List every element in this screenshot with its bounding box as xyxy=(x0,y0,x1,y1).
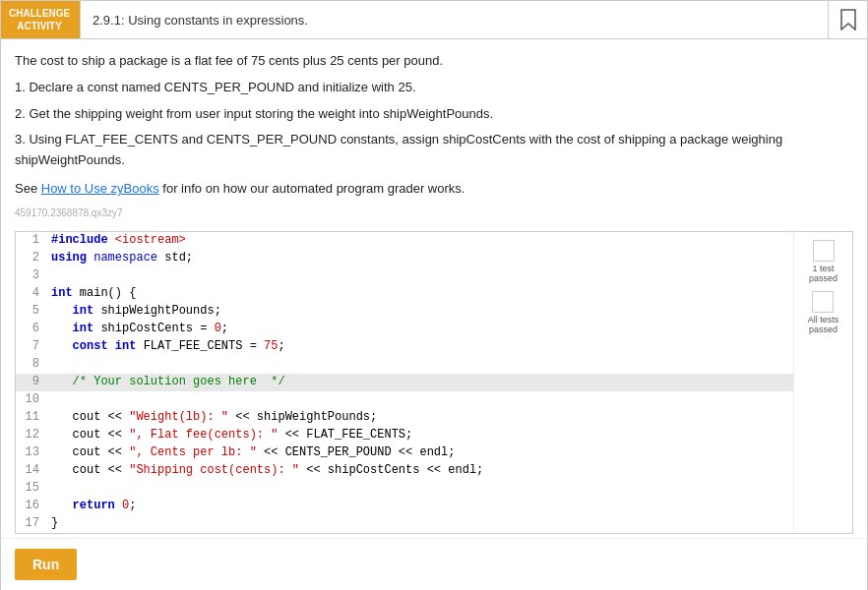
zybooks-link[interactable]: How to Use zyBooks xyxy=(41,181,159,196)
line-code xyxy=(47,267,793,285)
table-row: 1#include <iostream> xyxy=(16,232,793,250)
challenge-activity-label: CHALLENGE ACTIVITY xyxy=(1,1,80,38)
run-button[interactable]: Run xyxy=(15,549,77,580)
code-area[interactable]: 1#include <iostream>2using namespace std… xyxy=(16,232,793,533)
line-number: 8 xyxy=(16,356,47,374)
line-number: 16 xyxy=(16,498,47,515)
table-row: 4int main() { xyxy=(16,285,793,303)
bookmark-button[interactable] xyxy=(828,1,867,38)
test1-icon xyxy=(813,240,835,262)
line-code: int shipWeightPounds; xyxy=(47,303,793,321)
table-row: 8 xyxy=(16,356,793,374)
test1-badge: 1 test passed xyxy=(809,240,837,283)
challenge-title: 2.9.1: Using constants in expressions. xyxy=(80,1,828,38)
line-code: #include <iostream> xyxy=(47,232,793,250)
line-code: cout << "Weight(lb): " << shipWeightPoun… xyxy=(47,409,793,427)
test-all-badge: All tests passed xyxy=(808,291,839,334)
line-number: 11 xyxy=(16,409,47,427)
line-number: 1 xyxy=(16,232,47,250)
line-number: 6 xyxy=(16,321,47,338)
line-number: 3 xyxy=(16,267,47,285)
line-code: const int FLAT_FEE_CENTS = 75; xyxy=(47,338,793,356)
toolbar: Run xyxy=(1,538,867,590)
step-3: 3. Using FLAT_FEE_CENTS and CENTS_PER_PO… xyxy=(15,130,853,171)
table-row: 9 /* Your solution goes here */ xyxy=(16,374,793,391)
table-row: 11 cout << "Weight(lb): " << shipWeightP… xyxy=(16,409,793,427)
session-id: 459170.2368878.qx3zy7 xyxy=(15,206,853,221)
description-section: The cost to ship a package is a flat fee… xyxy=(1,39,867,231)
table-row: 3 xyxy=(16,267,793,285)
step-2: 2. Get the shipping weight from user inp… xyxy=(15,104,853,125)
line-code xyxy=(47,480,793,498)
description-intro: The cost to ship a package is a flat fee… xyxy=(15,51,853,72)
line-code: int shipCostCents = 0; xyxy=(47,321,793,338)
table-row: 2using namespace std; xyxy=(16,250,793,267)
code-table: 1#include <iostream>2using namespace std… xyxy=(16,232,793,533)
line-number: 7 xyxy=(16,338,47,356)
line-number: 14 xyxy=(16,462,47,480)
table-row: 5 int shipWeightPounds; xyxy=(16,303,793,321)
table-row: 10 xyxy=(16,391,793,409)
table-row: 13 cout << ", Cents per lb: " << CENTS_P… xyxy=(16,444,793,462)
line-code: /* Your solution goes here */ xyxy=(47,374,793,391)
table-row: 16 return 0; xyxy=(16,498,793,515)
grader-info: See How to Use zyBooks for info on how o… xyxy=(15,179,853,200)
line-code: int main() { xyxy=(47,285,793,303)
line-code: cout << "Shipping cost(cents): " << ship… xyxy=(47,462,793,480)
line-number: 13 xyxy=(16,444,47,462)
line-code: cout << ", Flat fee(cents): " << FLAT_FE… xyxy=(47,427,793,444)
table-row: 7 const int FLAT_FEE_CENTS = 75; xyxy=(16,338,793,356)
line-number: 2 xyxy=(16,250,47,267)
line-number: 4 xyxy=(16,285,47,303)
line-code: } xyxy=(47,515,793,533)
test-all-icon xyxy=(812,291,834,313)
line-code xyxy=(47,356,793,374)
line-code xyxy=(47,391,793,409)
bookmark-icon xyxy=(841,10,855,30)
test-results-panel: 1 test passed All tests passed xyxy=(793,232,852,533)
table-row: 15 xyxy=(16,480,793,498)
code-editor: 1#include <iostream>2using namespace std… xyxy=(15,231,853,534)
table-row: 14 cout << "Shipping cost(cents): " << s… xyxy=(16,462,793,480)
table-row: 6 int shipCostCents = 0; xyxy=(16,321,793,338)
line-number: 9 xyxy=(16,374,47,391)
line-code: using namespace std; xyxy=(47,250,793,267)
line-number: 12 xyxy=(16,427,47,444)
line-number: 17 xyxy=(16,515,47,533)
line-number: 10 xyxy=(16,391,47,409)
table-row: 12 cout << ", Flat fee(cents): " << FLAT… xyxy=(16,427,793,444)
table-row: 17} xyxy=(16,515,793,533)
line-number: 5 xyxy=(16,303,47,321)
step-1: 1. Declare a const named CENTS_PER_POUND… xyxy=(15,78,853,98)
line-code: cout << ", Cents per lb: " << CENTS_PER_… xyxy=(47,444,793,462)
line-code: return 0; xyxy=(47,498,793,515)
line-number: 15 xyxy=(16,480,47,498)
